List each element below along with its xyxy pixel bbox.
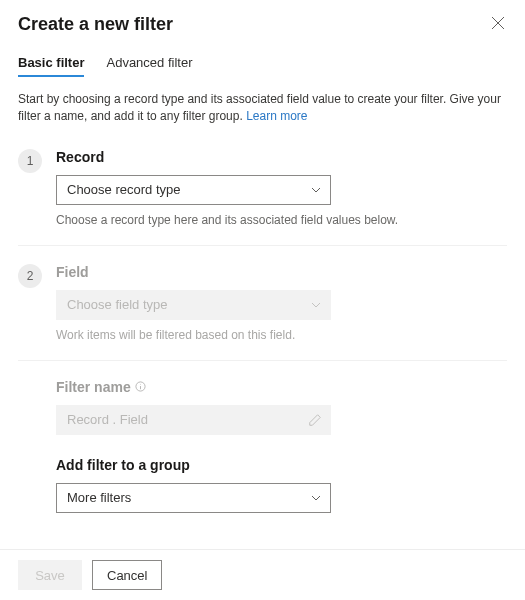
record-type-value: Choose record type (67, 182, 180, 197)
record-label: Record (56, 149, 507, 165)
filter-name-section: Filter name Add (18, 379, 507, 531)
step-number-1: 1 (18, 149, 42, 173)
filter-name-label-row: Filter name (56, 379, 507, 395)
tab-advanced-filter[interactable]: Advanced filter (106, 55, 192, 76)
chevron-down-icon (310, 492, 322, 504)
dialog-title: Create a new filter (18, 14, 173, 35)
step-field: 2 Field Choose field type Work items wil… (18, 264, 507, 361)
pencil-icon (308, 413, 322, 427)
learn-more-link[interactable]: Learn more (246, 109, 307, 123)
tab-bar: Basic filter Advanced filter (18, 55, 507, 77)
group-section: Add filter to a group More filters (56, 457, 507, 513)
create-filter-dialog: Create a new filter Basic filter Advance… (0, 0, 525, 531)
tab-basic-filter[interactable]: Basic filter (18, 55, 84, 76)
step-number-2: 2 (18, 264, 42, 288)
dialog-footer: Save Cancel (0, 549, 525, 600)
close-icon (491, 16, 505, 30)
step-record: 1 Record Choose record type Choose a rec… (18, 149, 507, 246)
save-button: Save (18, 560, 82, 590)
steps: 1 Record Choose record type Choose a rec… (18, 149, 507, 531)
chevron-down-icon (310, 299, 322, 311)
field-label: Field (56, 264, 507, 280)
filter-name-input-wrap (56, 405, 331, 435)
filter-group-value: More filters (67, 490, 131, 505)
filter-group-select[interactable]: More filters (56, 483, 331, 513)
intro-text: Start by choosing a record type and its … (18, 91, 507, 125)
group-label: Add filter to a group (56, 457, 507, 473)
record-type-select[interactable]: Choose record type (56, 175, 331, 205)
cancel-button[interactable]: Cancel (92, 560, 162, 590)
record-helper: Choose a record type here and its associ… (56, 213, 507, 227)
dialog-header: Create a new filter (18, 14, 507, 35)
field-type-select: Choose field type (56, 290, 331, 320)
filter-name-label: Filter name (56, 379, 131, 395)
chevron-down-icon (310, 184, 322, 196)
filter-name-input (67, 412, 308, 427)
info-icon (135, 381, 146, 392)
field-type-value: Choose field type (67, 297, 167, 312)
field-helper: Work items will be filtered based on thi… (56, 328, 507, 342)
close-button[interactable] (489, 14, 507, 32)
svg-point-4 (140, 384, 141, 385)
